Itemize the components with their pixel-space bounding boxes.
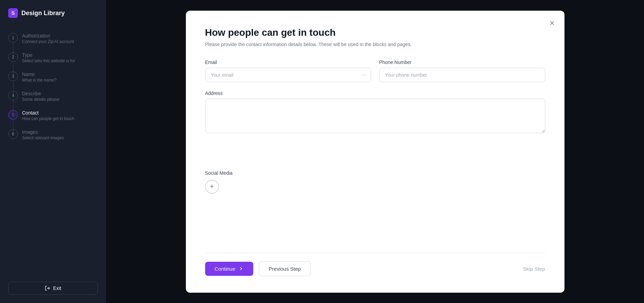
step-info-3: Name What is the name? xyxy=(22,72,56,83)
email-phone-row: Email ⋯ Phone Number xyxy=(205,59,545,82)
step-info-2: Type Select who this website is for xyxy=(22,52,75,63)
exit-label: Exit xyxy=(53,285,61,291)
step-subtitle-3: What is the name? xyxy=(22,78,56,83)
email-group: Email ⋯ xyxy=(205,59,371,82)
sidebar-item-describe[interactable]: 4 Describe Some details please xyxy=(8,87,98,106)
phone-label: Phone Number xyxy=(379,59,545,65)
close-icon xyxy=(549,20,556,26)
continue-label: Continue xyxy=(215,266,235,272)
sidebar-item-images[interactable]: 6 Images Select relevant images xyxy=(8,125,98,144)
address-group: Address xyxy=(205,90,545,162)
step-number-6: 6 xyxy=(8,129,18,139)
chevron-right-icon xyxy=(238,266,244,271)
email-input[interactable] xyxy=(205,68,371,82)
step-subtitle-2: Select who this website is for xyxy=(22,58,75,63)
sidebar-item-type[interactable]: 2 Type Select who this website is for xyxy=(8,48,98,67)
logo-icon: S xyxy=(8,8,18,18)
social-media-label: Social Media xyxy=(205,170,545,176)
previous-step-button[interactable]: Previous Step xyxy=(259,261,311,276)
exit-icon xyxy=(45,285,50,291)
address-label: Address xyxy=(205,90,545,96)
step-subtitle-6: Select relevant images xyxy=(22,136,64,140)
step-number-4: 4 xyxy=(8,91,18,100)
modal-subtitle: Please provide the contact information d… xyxy=(205,42,545,47)
step-title-4: Describe xyxy=(22,91,59,96)
step-title-1: Authorization xyxy=(22,33,74,39)
skip-step-button[interactable]: Skip Step xyxy=(523,266,545,272)
previous-label: Previous Step xyxy=(269,266,301,272)
step-title-2: Type xyxy=(22,52,75,58)
email-label: Email xyxy=(205,59,371,65)
logo-text: Design Library xyxy=(21,10,65,17)
step-info-5: Contact How can people get in touch xyxy=(22,110,74,121)
phone-group: Phone Number xyxy=(379,59,545,82)
social-media-group: Social Media + xyxy=(205,170,545,242)
step-number-3: 3 xyxy=(8,72,18,81)
step-subtitle-4: Some details please xyxy=(22,97,59,102)
divider xyxy=(205,253,545,253)
step-subtitle-5: How can people get in touch xyxy=(22,116,74,121)
modal: How people can get in touch Please provi… xyxy=(186,11,564,293)
continue-button[interactable]: Continue xyxy=(205,262,253,276)
modal-title: How people can get in touch xyxy=(205,27,545,38)
step-number-1: 1 xyxy=(8,33,18,43)
step-number-5: 5 xyxy=(8,110,18,120)
step-info-6: Images Select relevant images xyxy=(22,129,64,140)
step-title-6: Images xyxy=(22,129,64,135)
sidebar-item-authorization[interactable]: 1 Authorization Connect your Zip AI acco… xyxy=(8,29,98,48)
add-social-button[interactable]: + xyxy=(205,180,219,194)
skip-label: Skip Step xyxy=(523,266,545,272)
step-info-4: Describe Some details please xyxy=(22,91,59,102)
sidebar: S Design Library 1 Authorization Connect… xyxy=(0,0,106,303)
step-title-5: Contact xyxy=(22,110,74,116)
modal-close-button[interactable] xyxy=(547,18,558,29)
sidebar-item-name[interactable]: 3 Name What is the name? xyxy=(8,67,98,87)
exit-button[interactable]: Exit xyxy=(8,282,98,295)
main-overlay: How people can get in touch Please provi… xyxy=(106,0,644,303)
phone-input[interactable] xyxy=(379,68,545,82)
add-social-icon: + xyxy=(210,183,214,191)
step-title-3: Name xyxy=(22,72,56,77)
step-subtitle-1: Connect your Zip AI account xyxy=(22,39,74,44)
address-textarea[interactable] xyxy=(205,99,545,133)
step-info-1: Authorization Connect your Zip AI accoun… xyxy=(22,33,74,44)
email-input-wrapper: ⋯ xyxy=(205,68,371,82)
step-number-2: 2 xyxy=(8,52,18,62)
sidebar-steps: 1 Authorization Connect your Zip AI acco… xyxy=(0,29,106,282)
email-dots-icon: ⋯ xyxy=(361,72,367,78)
modal-actions: Continue Previous Step Skip Step xyxy=(205,261,545,276)
sidebar-item-contact[interactable]: 5 Contact How can people get in touch xyxy=(8,106,98,125)
sidebar-logo: S Design Library xyxy=(0,8,106,29)
